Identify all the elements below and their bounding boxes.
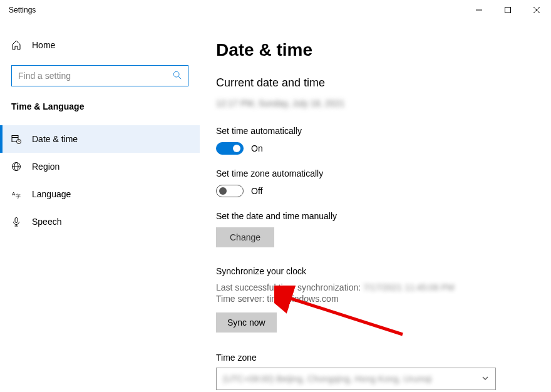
set-time-auto-toggle[interactable] <box>216 142 244 155</box>
microphone-icon <box>11 217 21 227</box>
current-date-value: 12:17 PM, Sunday, July 18, 2021 <box>216 98 528 108</box>
sidebar-item-label: Speech <box>32 217 61 227</box>
maximize-button[interactable] <box>493 0 522 20</box>
svg-rect-16 <box>15 218 18 223</box>
sidebar-item-language[interactable]: A字 Language <box>0 180 200 208</box>
sync-last-row: Last successful time synchronization: 7/… <box>216 282 528 292</box>
home-nav[interactable]: Home <box>0 34 200 56</box>
content-pane: Date & time Current date and time 12:17 … <box>200 20 551 392</box>
language-icon: A字 <box>11 189 21 199</box>
calendar-clock-icon <box>11 134 21 144</box>
window-controls <box>465 0 551 20</box>
chevron-down-icon <box>481 374 489 384</box>
search-box[interactable] <box>11 65 188 86</box>
sync-server-value: time.windows.com <box>267 294 338 304</box>
change-button[interactable]: Change <box>216 227 274 247</box>
window-title: Settings <box>9 6 36 14</box>
set-tz-auto-toggle[interactable] <box>216 185 244 197</box>
sidebar: Home Time & Language Date & time Region <box>0 20 200 392</box>
home-icon <box>11 40 21 50</box>
sidebar-item-date-time[interactable]: Date & time <box>0 125 200 153</box>
set-tz-auto-state: Off <box>251 186 262 196</box>
sync-now-button[interactable]: Sync now <box>216 312 277 333</box>
current-date-heading: Current date and time <box>216 76 528 90</box>
minimize-icon <box>476 7 482 13</box>
close-button[interactable] <box>522 0 551 20</box>
sidebar-item-label: Region <box>32 162 59 172</box>
sidebar-item-region[interactable]: Region <box>0 153 200 180</box>
set-manual-label: Set the date and time manually <box>216 211 528 221</box>
timezone-label: Time zone <box>216 353 528 363</box>
sidebar-item-label: Language <box>32 189 71 199</box>
home-label: Home <box>32 40 55 50</box>
set-time-auto-label: Set time automatically <box>216 126 528 136</box>
svg-point-4 <box>173 71 179 77</box>
sidebar-group-title: Time & Language <box>0 101 200 125</box>
sync-heading: Synchronize your clock <box>216 266 528 276</box>
search-input[interactable] <box>18 71 173 81</box>
maximize-icon <box>505 7 511 13</box>
sidebar-item-label: Date & time <box>32 134 78 144</box>
globe-icon <box>11 162 21 172</box>
set-time-auto-state: On <box>251 143 263 153</box>
sync-last-value: 7/17/2021 11:45:06 PM <box>363 282 455 292</box>
page-title: Date & time <box>216 40 528 60</box>
search-icon <box>173 71 182 81</box>
svg-text:字: 字 <box>16 193 21 199</box>
set-tz-auto-label: Set time zone automatically <box>216 168 528 178</box>
svg-line-5 <box>178 76 181 79</box>
minimize-button[interactable] <box>465 0 493 20</box>
timezone-dropdown[interactable]: (UTC+08:00) Beijing, Chongqing, Hong Kon… <box>216 368 496 390</box>
svg-rect-1 <box>505 8 511 13</box>
sync-last-label: Last successful time synchronization: <box>216 282 361 292</box>
title-bar: Settings <box>0 0 551 20</box>
sync-server-row: Time server: time.windows.com <box>216 294 528 304</box>
timezone-value: (UTC+08:00) Beijing, Chongqing, Hong Kon… <box>223 374 481 384</box>
close-icon <box>533 7 540 13</box>
sync-server-label: Time server: <box>216 294 264 304</box>
sidebar-item-speech[interactable]: Speech <box>0 208 200 235</box>
